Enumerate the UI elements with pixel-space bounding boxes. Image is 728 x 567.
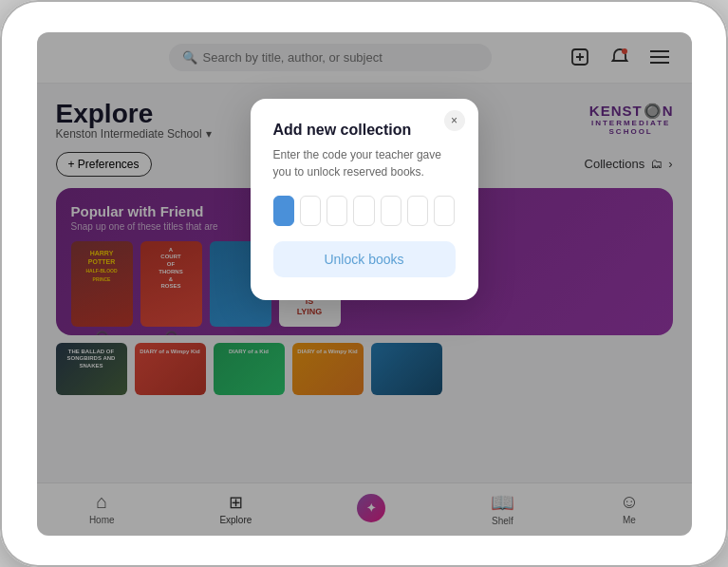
code-box-1[interactable] (273, 196, 294, 226)
modal-close-button[interactable]: × (444, 110, 465, 131)
code-box-5[interactable] (381, 196, 401, 226)
code-box-3[interactable] (327, 196, 347, 226)
code-box-4[interactable] (353, 196, 374, 226)
code-box-2[interactable] (300, 196, 321, 226)
code-input-group (273, 196, 456, 226)
code-box-7[interactable] (434, 196, 455, 226)
modal-title: Add new collection (273, 122, 456, 139)
add-collection-modal: × Add new collection Enter the code your… (251, 99, 478, 300)
code-box-6[interactable] (407, 196, 428, 226)
modal-overlay: × Add new collection Enter the code your… (37, 32, 692, 536)
tablet-frame: 🔍 (0, 0, 728, 567)
modal-description: Enter the code your teacher gave you to … (273, 146, 456, 180)
screen: 🔍 (37, 32, 692, 536)
unlock-button[interactable]: Unlock books (273, 241, 456, 277)
